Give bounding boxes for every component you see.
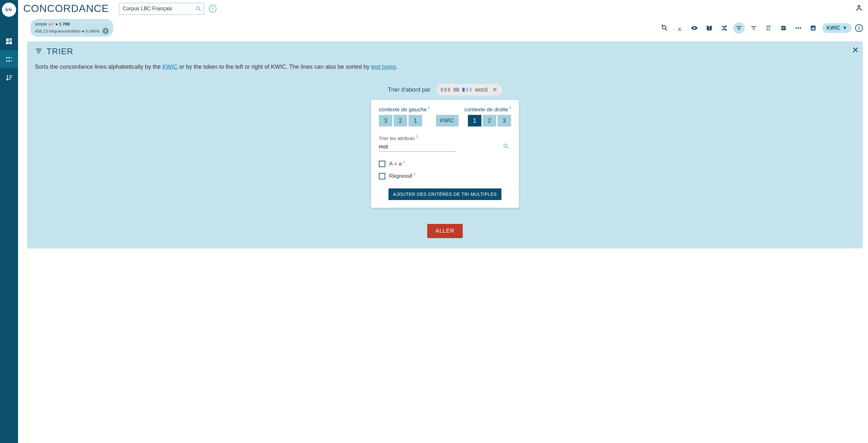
svg-rect-35	[812, 27, 813, 29]
gdex-button[interactable]: GDEX	[763, 22, 774, 34]
panel-description: Sorts the concordance lines alphabetical…	[35, 63, 855, 71]
sort-first-label: Trier d'abord par	[388, 87, 430, 93]
subbar: simple arc ● 1 789 458,13 fréquence/mill…	[18, 17, 868, 41]
user-icon[interactable]	[855, 4, 863, 13]
query-term: arc	[49, 22, 54, 27]
svg-line-41	[507, 147, 508, 149]
svg-rect-6	[8, 57, 10, 58]
right-help-icon[interactable]: ?	[509, 106, 511, 111]
svg-rect-13	[9, 79, 11, 80]
eye-icon[interactable]	[689, 22, 700, 34]
attr-input[interactable]	[379, 142, 456, 152]
sort-nav[interactable]	[0, 68, 18, 87]
book-icon[interactable]	[704, 22, 715, 34]
sort-chip: word ✕	[436, 84, 502, 95]
corpus-search-input[interactable]	[119, 3, 204, 14]
right-context-label: contexte de droite?	[464, 106, 511, 113]
attr-help-icon[interactable]: ?	[415, 135, 418, 139]
left-3-button[interactable]: 3	[379, 115, 392, 126]
sort-card: contexte de gauche? 3 2 1 KWIC contexte …	[371, 100, 519, 208]
svg-rect-24	[751, 26, 756, 27]
filter-icon[interactable]	[748, 22, 760, 34]
svg-rect-39	[38, 53, 40, 54]
main-area: CONCORDANCE i simple arc ● 1 789	[18, 0, 868, 443]
attr-label: Trier les attributs?	[379, 135, 511, 141]
svg-rect-0	[6, 38, 9, 41]
right-2-button[interactable]: 2	[483, 115, 496, 126]
search-icon[interactable]	[195, 5, 202, 13]
svg-rect-11	[9, 75, 12, 76]
text-types-link[interactable]: text types	[371, 64, 396, 70]
svg-line-18	[665, 29, 667, 30]
svg-rect-28	[782, 27, 784, 28]
right-3-button[interactable]: 3	[498, 115, 511, 126]
panel-sort-icon	[35, 47, 42, 56]
case-help-icon[interactable]: ?	[403, 160, 405, 165]
svg-point-30	[796, 27, 797, 29]
svg-rect-29	[782, 28, 784, 29]
query-type: simple	[35, 22, 47, 27]
topbar: CONCORDANCE i	[18, 0, 868, 17]
svg-point-14	[196, 6, 200, 10]
svg-rect-27	[781, 26, 785, 30]
download-icon[interactable]	[674, 22, 685, 34]
svg-rect-25	[752, 28, 755, 28]
chip-word: word	[475, 87, 488, 93]
svg-line-15	[199, 9, 201, 11]
add-criteria-button[interactable]: AJOUTER DES CRITÈRES DE TRI MULTIPLES	[389, 188, 501, 200]
svg-rect-4	[9, 42, 12, 44]
chip-remove-icon[interactable]: ✕	[492, 86, 498, 94]
left-2-button[interactable]: 2	[394, 115, 407, 126]
concordance-nav[interactable]	[0, 50, 18, 68]
svg-point-17	[662, 26, 666, 29]
svg-rect-34	[811, 28, 812, 30]
svg-rect-22	[737, 28, 741, 28]
right-1-button[interactable]: 1	[468, 115, 482, 126]
regress-help-icon[interactable]: ?	[413, 172, 415, 177]
kwic-link[interactable]: KWIC	[162, 64, 178, 70]
app-logo[interactable]	[2, 3, 16, 17]
svg-rect-26	[753, 29, 754, 30]
query-freq: 458,13 fréquence/million	[35, 29, 81, 34]
query-pct: 0.046%	[86, 29, 100, 34]
left-context-label: contexte de gauche?	[379, 106, 430, 113]
more-icon[interactable]	[793, 22, 804, 34]
shuffle-icon[interactable]	[718, 22, 730, 34]
svg-rect-38	[37, 51, 41, 52]
svg-point-31	[797, 27, 799, 29]
dashboard-nav[interactable]	[0, 32, 18, 50]
query-count: 1 789	[59, 22, 70, 27]
toolbar: GDEX KWIC ▼ i	[659, 22, 863, 34]
close-icon[interactable]: ✕	[852, 45, 859, 55]
query-info-icon[interactable]: i	[102, 28, 109, 34]
kwic-dropdown[interactable]: KWIC ▼	[822, 23, 852, 33]
left-help-icon[interactable]: ?	[428, 106, 430, 111]
svg-rect-8	[6, 60, 7, 62]
note-icon[interactable]	[778, 22, 789, 34]
panel-area: TRIER ✕ Sorts the concordance lines alph…	[18, 41, 868, 443]
svg-rect-2	[9, 40, 12, 41]
kwic-button[interactable]: KWIC	[436, 115, 459, 126]
case-checkbox[interactable]	[379, 161, 385, 167]
svg-rect-12	[9, 77, 11, 78]
sort-icon[interactable]	[733, 22, 745, 34]
corpus-info-icon[interactable]: i	[209, 5, 217, 12]
sort-panel: TRIER ✕ Sorts the concordance lines alph…	[27, 41, 863, 248]
go-button[interactable]: ALLER	[427, 224, 463, 238]
svg-rect-9	[8, 60, 10, 62]
svg-rect-36	[814, 27, 815, 30]
regress-label: Régressif?	[389, 173, 415, 180]
regress-checkbox[interactable]	[379, 173, 385, 180]
corpus-search	[119, 3, 204, 14]
panel-title: TRIER	[46, 46, 73, 57]
svg-rect-23	[738, 29, 740, 30]
svg-rect-21	[736, 26, 741, 27]
page-title: CONCORDANCE	[23, 3, 109, 14]
left-sidebar	[0, 0, 18, 443]
search-again-icon[interactable]	[659, 22, 671, 34]
attr-search-icon[interactable]	[503, 143, 509, 151]
toolbar-info-icon[interactable]: i	[855, 24, 863, 32]
chart-icon[interactable]	[807, 22, 819, 34]
case-label: A = a?	[389, 161, 405, 167]
left-1-button[interactable]: 1	[408, 115, 422, 126]
